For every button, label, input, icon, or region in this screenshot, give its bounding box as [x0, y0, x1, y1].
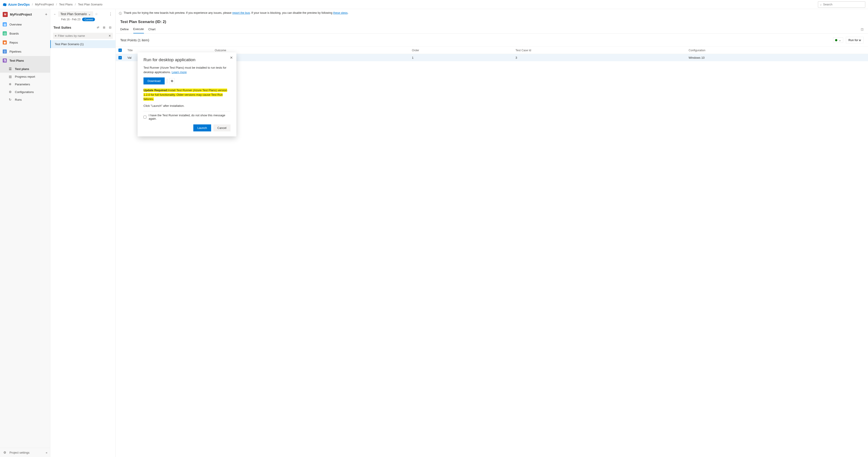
sidebar-item-parameters[interactable]: ✲Parameters	[0, 80, 50, 88]
gear-icon: ⚙	[3, 451, 7, 455]
back-icon[interactable]: ←	[54, 12, 56, 16]
divider	[144, 111, 230, 111]
star-icon[interactable]: ☆	[95, 12, 98, 16]
dont-show-checkbox[interactable]	[144, 116, 146, 118]
top-bar: Azure DevOps / MyFirstProject / Test Pla…	[0, 0, 868, 9]
outcome-filter[interactable]: ⌄	[833, 37, 843, 43]
dont-show-label: I have the Test Runner installed, do not…	[149, 114, 230, 120]
crumb-plan[interactable]: Test Plan Scenario	[78, 3, 102, 6]
plan-meta: Feb 16 - Feb 23 Current	[50, 18, 116, 24]
sidebar-item-boards[interactable]: ▤Boards	[0, 29, 50, 38]
these-steps-link[interactable]: these steps	[333, 11, 348, 15]
sidebar-item-runs[interactable]: ↻Runs	[0, 96, 50, 104]
copy-link-button[interactable]: ⧉	[169, 78, 175, 84]
tab-chart[interactable]: Chart	[148, 25, 156, 33]
link-icon[interactable]: ⇄	[96, 25, 100, 30]
sidebar-item-progress-report[interactable]: ▥Progress report	[0, 73, 50, 80]
row-checkbox[interactable]: ✓	[118, 56, 122, 59]
current-badge: Current	[82, 18, 95, 21]
date-range: Feb 16 - Feb 23	[61, 18, 80, 21]
launch-button[interactable]: Launch	[193, 124, 211, 132]
tabs: Define Execute Chart ◫	[116, 25, 868, 34]
add-button[interactable]: +	[45, 12, 48, 17]
config-icon: ⚙	[8, 90, 12, 94]
cell-outcome: In Progress	[212, 54, 409, 61]
points-header: Test Points (1 item) ⌄ Run for w	[116, 34, 868, 47]
download-row: Download ⧉	[144, 78, 230, 84]
pass-dot-icon	[835, 39, 837, 41]
suites-title: Test Suites	[54, 26, 94, 29]
run-for-button[interactable]: Run for w	[846, 37, 864, 44]
project-name[interactable]: MyFirstProject	[10, 12, 43, 16]
sidebar-item-label: Test Plans	[9, 59, 24, 62]
col-order[interactable]: Order	[409, 47, 513, 54]
cell-configuration: Windows 10	[686, 54, 868, 61]
sidebar-item-label: Runs	[15, 98, 22, 102]
sidebar-item-label: Project settings	[9, 451, 30, 454]
col-outcome[interactable]: Outcome	[212, 47, 409, 54]
sidebar-item-test-plans-sub[interactable]: ☰Test plans	[0, 65, 50, 73]
info-icon: ⓘ	[119, 11, 122, 16]
search-icon: ⌕	[820, 3, 822, 6]
sidebar-item-label: Test plans	[15, 67, 29, 71]
flask-icon: ⚗	[3, 58, 7, 62]
sliders-icon: ✲	[8, 82, 12, 86]
download-button[interactable]: Download	[144, 78, 165, 84]
search-input[interactable]	[823, 3, 863, 6]
filter-suites-box[interactable]: ≡ ✕	[53, 33, 113, 39]
points-title: Test Points (1 item)	[120, 38, 149, 42]
rocket-icon: ⟠	[3, 50, 7, 54]
crumb-project[interactable]: MyFirstProject	[35, 3, 54, 6]
plan-header: ← Test Plan Scenario ⌄ ☆ ⋮	[50, 9, 116, 18]
select-all-checkbox[interactable]: ✓	[118, 49, 122, 52]
brand-label[interactable]: Azure DevOps	[8, 3, 30, 6]
sidebar-item-test-plans[interactable]: ⚗Test Plans	[0, 56, 50, 65]
crumb-area[interactable]: Test Plans	[59, 3, 73, 6]
sidebar-item-pipelines[interactable]: ⟠Pipelines	[0, 47, 50, 56]
dont-show-row[interactable]: I have the Test Runner installed, do not…	[144, 114, 230, 120]
sidebar: M MyFirstProject + ▦Overview ▤Boards ◆Re…	[0, 9, 50, 457]
suite-item[interactable]: Test Plan Scenario (1)	[50, 40, 116, 48]
info-banner: ⓘ Thank you for trying the new boards hu…	[116, 9, 868, 18]
suites-panel: ← Test Plan Scenario ⌄ ☆ ⋮ Feb 16 - Feb …	[50, 9, 116, 457]
expand-icon[interactable]: ⊞	[102, 25, 106, 30]
modal-footer: Launch Cancel	[144, 124, 230, 132]
cancel-button[interactable]: Cancel	[213, 124, 230, 132]
chevron-down-icon: ⌄	[88, 12, 91, 16]
modal-title: Run for desktop application	[144, 57, 230, 62]
azure-devops-icon	[3, 2, 7, 6]
clear-icon[interactable]: ✕	[108, 34, 111, 37]
learn-more-link[interactable]: Learn more	[172, 70, 187, 74]
sidebar-item-label: Overview	[9, 23, 22, 26]
list-icon: ☰	[8, 67, 12, 71]
collapse-icon[interactable]: «	[46, 451, 48, 454]
plan-selector[interactable]: Test Plan Scenario ⌄	[58, 11, 93, 17]
sidebar-item-overview[interactable]: ▦Overview	[0, 20, 50, 29]
crumb-sep: /	[75, 3, 76, 6]
sidebar-item-project-settings[interactable]: ⚙ Project settings «	[0, 448, 50, 457]
search-box[interactable]: ⌕	[818, 1, 865, 8]
close-icon[interactable]: ✕	[230, 56, 233, 60]
sidebar-item-label: Boards	[9, 32, 19, 35]
layout-toggle-icon[interactable]: ◫	[861, 28, 864, 31]
cell-test-case-id: 3	[513, 54, 686, 61]
suites-title-row: Test Suites ⇄ ⊞ ⊟	[50, 24, 116, 31]
col-configuration[interactable]: Configuration	[686, 47, 868, 54]
sidebar-item-configurations[interactable]: ⚙Configurations	[0, 88, 50, 96]
report-bug-link[interactable]: report the bug	[232, 11, 250, 15]
collapse-icon[interactable]: ⊟	[108, 25, 112, 30]
tab-define[interactable]: Define	[120, 25, 129, 33]
sidebar-footer: ⚙ Project settings «	[0, 448, 50, 457]
run-desktop-modal: Run for desktop application ✕ Test Runne…	[137, 52, 237, 136]
chart-icon: ▥	[8, 75, 12, 79]
col-test-case-id[interactable]: Test Case Id	[513, 47, 686, 54]
click-launch-text: Click "Launch" after installation.	[144, 104, 230, 108]
sidebar-item-label: Repos	[9, 41, 18, 44]
sidebar-item-label: Configurations	[15, 90, 34, 94]
sidebar-item-repos[interactable]: ◆Repos	[0, 38, 50, 47]
tab-execute[interactable]: Execute	[133, 25, 144, 33]
more-icon[interactable]: ⋮	[109, 12, 112, 16]
update-required-text: Update Required:Install Test Runner (Azu…	[144, 88, 230, 102]
sidebar-item-label: Pipelines	[9, 50, 22, 53]
filter-input[interactable]	[58, 34, 111, 37]
